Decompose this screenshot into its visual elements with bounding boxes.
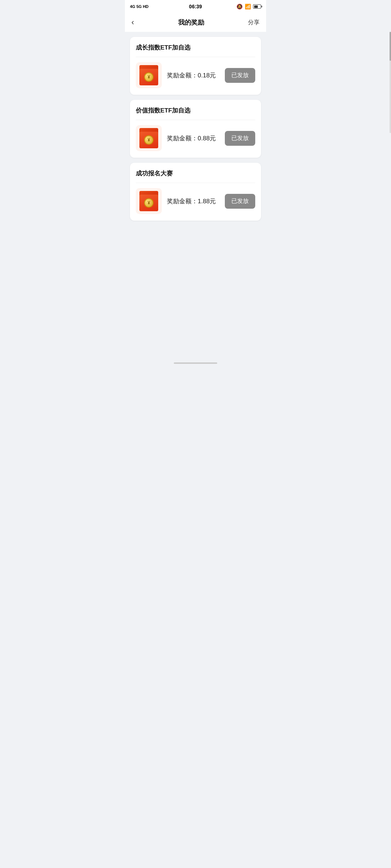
reward-row-3: ¥ 奖励金额：1.88元 已发放 <box>136 188 255 214</box>
reward-info-2: 奖励金额：0.88元 <box>167 134 220 142</box>
home-bar <box>174 362 217 364</box>
reward-amount-2: 奖励金额：0.88元 <box>167 135 216 142</box>
issued-button-3[interactable]: 已发放 <box>225 194 255 209</box>
red-envelope-icon-1: ¥ <box>136 62 162 88</box>
empty-space <box>125 228 266 358</box>
reward-card-3-title: 成功报名大赛 <box>136 169 255 183</box>
status-time: 06:39 <box>189 4 202 9</box>
battery-icon <box>253 4 261 9</box>
signal-5g: 5G <box>136 4 142 9</box>
reward-row-1: ¥ 奖励金额：0.18元 已发放 <box>136 62 255 88</box>
hd-label: HD <box>143 4 148 9</box>
issued-button-1[interactable]: 已发放 <box>225 68 255 83</box>
issued-button-2[interactable]: 已发放 <box>225 131 255 146</box>
reward-card-1: 成长指数ETF加自选 ¥ 奖励金额：0.18元 已发放 <box>130 37 261 95</box>
back-button[interactable]: ‹ <box>131 18 134 26</box>
rewards-list: 成长指数ETF加自选 ¥ 奖励金额：0.18元 已发放 价值指数ETF加自选 <box>125 32 266 228</box>
red-envelope-icon-2: ¥ <box>136 125 162 151</box>
status-right: 🔕 📶 <box>236 4 261 9</box>
nav-bar: ‹ 我的奖励 分享 <box>125 13 266 32</box>
status-bar: 4G 5G HD 06:39 🔕 📶 <box>125 0 266 13</box>
reward-card-2-title: 价值指数ETF加自选 <box>136 106 255 120</box>
reward-card-1-title: 成长指数ETF加自选 <box>136 43 255 57</box>
reward-amount-3: 奖励金额：1.88元 <box>167 198 216 205</box>
wifi-icon: 📶 <box>245 4 251 9</box>
reward-card-2: 价值指数ETF加自选 ¥ 奖励金额：0.88元 已发放 <box>130 100 261 158</box>
status-left: 4G 5G HD <box>130 4 148 9</box>
home-indicator <box>125 358 266 366</box>
share-button[interactable]: 分享 <box>248 19 260 26</box>
reward-amount-1: 奖励金额：0.18元 <box>167 72 216 79</box>
reward-row-2: ¥ 奖励金额：0.88元 已发放 <box>136 125 255 151</box>
reward-info-1: 奖励金额：0.18元 <box>167 71 220 80</box>
bell-mute-icon: 🔕 <box>236 4 243 9</box>
red-envelope-icon-3: ¥ <box>136 188 162 214</box>
reward-info-3: 奖励金额：1.88元 <box>167 197 220 205</box>
reward-card-3: 成功报名大赛 ¥ 奖励金额：1.88元 已发放 <box>130 163 261 221</box>
page-title: 我的奖励 <box>178 18 204 27</box>
signal-4g: 4G <box>130 4 135 9</box>
